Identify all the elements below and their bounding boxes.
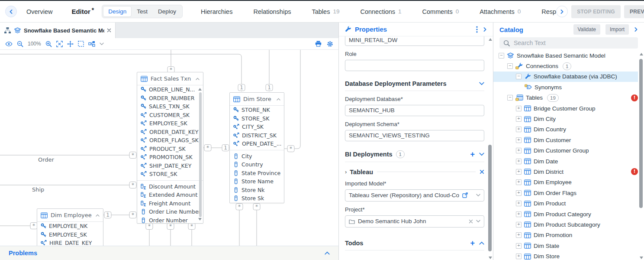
chevron-down-icon[interactable] bbox=[479, 82, 484, 85]
add-bi-deployment-button[interactable]: + bbox=[470, 151, 475, 157]
entity-dim-store[interactable]: Dim StoreSTORE_NKSTORE_SKCITY_SKDISTRICT… bbox=[229, 92, 284, 203]
zoom-in-icon[interactable] bbox=[45, 41, 52, 47]
expand-glyph[interactable]: + bbox=[516, 159, 522, 164]
import-button[interactable]: Import bbox=[605, 24, 629, 35]
tree-item-dim-district[interactable]: +Dim District! bbox=[493, 166, 638, 177]
entity-dim-employee[interactable]: Dim EmployeeEMPLOYEE_NKEMPLOYEE_SKHIRE_D… bbox=[37, 208, 103, 246]
scroll-down-arrow[interactable] bbox=[489, 257, 492, 259]
preview-button[interactable]: PREVIEW bbox=[624, 5, 644, 18]
segment-design[interactable]: Design bbox=[103, 6, 131, 16]
chevron-down-icon[interactable] bbox=[479, 153, 484, 156]
properties-scrollbar[interactable] bbox=[488, 38, 493, 259]
collapse-glyph[interactable]: − bbox=[507, 63, 513, 69]
field-store-nk[interactable]: Store Nk bbox=[230, 186, 284, 195]
expand-glyph[interactable]: + bbox=[516, 211, 522, 217]
tableau-expand-caret[interactable]: › bbox=[345, 169, 347, 175]
collapse-panel-chevron-icon[interactable] bbox=[634, 27, 638, 32]
field-employee-sk[interactable]: EMPLOYEE_SK bbox=[137, 119, 203, 128]
field-order-date-key[interactable]: ORDER_DATE_KEY bbox=[137, 128, 203, 136]
settings-gear-icon[interactable] bbox=[327, 41, 333, 47]
tree-item-dim-customer-group[interactable]: +Dim Customer Group bbox=[493, 146, 638, 156]
pan-icon[interactable] bbox=[67, 41, 74, 47]
nav-scroll-right-button[interactable] bbox=[556, 6, 568, 17]
tree-item-dim-employee[interactable]: +Dim Employee bbox=[493, 177, 638, 188]
field-store-sk[interactable]: STORE_SK bbox=[137, 170, 203, 179]
collapse-panel-chevron-icon[interactable] bbox=[483, 27, 487, 32]
field-city-sk[interactable]: CITY_SK bbox=[230, 123, 284, 131]
add-todo-button[interactable]: + bbox=[470, 240, 475, 246]
stop-editing-button[interactable]: STOP EDITING bbox=[571, 5, 621, 18]
fit-screen-icon[interactable] bbox=[56, 41, 63, 47]
tree-item-connections[interactable]: −Connections1 bbox=[493, 61, 638, 71]
field-state-province[interactable]: State Province bbox=[230, 169, 284, 178]
chevron-up-icon[interactable] bbox=[325, 251, 330, 255]
expand-glyph[interactable]: + bbox=[516, 201, 522, 206]
scrollbar-thumb[interactable] bbox=[488, 145, 492, 251]
problems-bar[interactable]: Problems bbox=[0, 246, 338, 260]
scroll-up-arrow[interactable] bbox=[489, 38, 492, 41]
entity-fact-sales-txn[interactable]: Fact Sales TxnORDER_LINE_N...ORDER_NUMBE… bbox=[137, 72, 203, 224]
tree-item-dim-state[interactable]: +Dim State bbox=[493, 240, 638, 251]
nav-item-overview[interactable]: Overview bbox=[26, 8, 52, 15]
tree-item-dim-product[interactable]: +Dim Product bbox=[493, 198, 638, 208]
data-warehouse-input[interactable] bbox=[345, 36, 484, 46]
tree-item-snowflake-database-via-jdbc[interactable]: −Snowflake Database (via JDBC) bbox=[493, 72, 638, 82]
field-order-line-n[interactable]: ORDER_LINE_N... bbox=[137, 85, 203, 94]
field-order-number[interactable]: ORDER_NUMBER bbox=[137, 94, 203, 103]
entity-scrollbar-thumb[interactable] bbox=[199, 92, 202, 217]
field-sales-txn-sk[interactable]: SALES_TXN_SK bbox=[137, 102, 203, 111]
field-open-date[interactable]: OPEN_DATE_... bbox=[230, 140, 284, 148]
collapse-glyph[interactable]: − bbox=[499, 53, 504, 58]
zoom-out-icon[interactable] bbox=[17, 41, 23, 47]
segment-deploy[interactable]: Deploy bbox=[153, 6, 181, 16]
chevron-up-icon[interactable] bbox=[479, 241, 484, 245]
expand-glyph[interactable]: + bbox=[516, 179, 522, 185]
tree-item-dim-country[interactable]: +Dim Country bbox=[493, 124, 638, 135]
nav-item-editor[interactable]: Editor bbox=[71, 8, 90, 15]
field-store-sk[interactable]: Store Sk bbox=[230, 194, 284, 203]
nav-item-resp[interactable]: Resp bbox=[541, 8, 556, 15]
remove-tableau-icon[interactable] bbox=[480, 169, 484, 174]
entity-scroll-up[interactable] bbox=[198, 88, 202, 91]
entity-header[interactable]: Fact Sales Txn bbox=[137, 72, 203, 85]
expand-glyph[interactable]: + bbox=[516, 148, 522, 153]
print-icon[interactable] bbox=[315, 41, 322, 47]
clear-icon[interactable] bbox=[469, 219, 473, 224]
collapse-glyph[interactable]: − bbox=[516, 74, 522, 79]
field-city[interactable]: City bbox=[230, 152, 284, 161]
tree-item-dim-store[interactable]: +Dim Store bbox=[493, 251, 638, 260]
expand-glyph[interactable]: + bbox=[516, 169, 522, 175]
field-hire-date-key[interactable]: HIRE_DATE_KEY bbox=[37, 239, 103, 246]
role-input[interactable] bbox=[345, 60, 484, 71]
expand-glyph[interactable]: + bbox=[516, 254, 522, 259]
deployment-database-input[interactable] bbox=[345, 105, 484, 116]
chevron-down-icon[interactable] bbox=[100, 42, 104, 46]
tree-item-dim-promotion[interactable]: +Dim Promotion bbox=[493, 230, 638, 240]
nav-item-tables[interactable]: Tables19 bbox=[312, 8, 339, 15]
expand-glyph[interactable]: + bbox=[516, 137, 522, 143]
kebab-menu-icon[interactable] bbox=[476, 26, 478, 33]
validate-button[interactable]: Validate bbox=[573, 24, 600, 35]
expand-glyph[interactable]: + bbox=[516, 243, 522, 249]
tree-item-dim-city[interactable]: +Dim City bbox=[493, 114, 638, 124]
field-order-number[interactable]: Order Number bbox=[137, 216, 203, 224]
tab-snowflake-based-semantic-model[interactable]: Snowflake Based Semantic Model bbox=[0, 23, 116, 38]
scroll-down-arrow[interactable] bbox=[640, 257, 643, 259]
field-order-flags-sk[interactable]: ORDER_FLAGS_SK bbox=[137, 136, 203, 145]
field-store-name[interactable]: Store Name bbox=[230, 177, 284, 186]
entity-scroll-down[interactable] bbox=[198, 218, 202, 221]
field-customer-sk[interactable]: CUSTOMER_SK bbox=[137, 111, 203, 120]
expand-glyph[interactable]: + bbox=[516, 127, 522, 132]
field-order-line-number[interactable]: Order Line Number bbox=[137, 208, 203, 216]
field-store-nk[interactable]: STORE_NK bbox=[230, 106, 284, 114]
visibility-eye-icon[interactable] bbox=[5, 42, 13, 46]
catalog-search-box[interactable]: Search Text bbox=[499, 37, 638, 49]
field-ship-date-key[interactable]: SHIP_DATE_KEY bbox=[137, 162, 203, 170]
deployment-schema-input[interactable] bbox=[345, 130, 484, 141]
tree-item-dim-date[interactable]: +Dim Date bbox=[493, 156, 638, 166]
imported-model-select[interactable]: Tableau Server (Repository) and Cloud-Co bbox=[345, 189, 484, 202]
field-employee-sk[interactable]: EMPLOYEE_SK bbox=[37, 231, 103, 239]
field-product-sk[interactable]: PRODUCT_SK bbox=[137, 145, 203, 153]
scrollbar-thumb[interactable] bbox=[639, 59, 643, 208]
tree-item-snowflake-based-semantic-model[interactable]: −Snowflake Based Semantic Model bbox=[493, 50, 638, 61]
